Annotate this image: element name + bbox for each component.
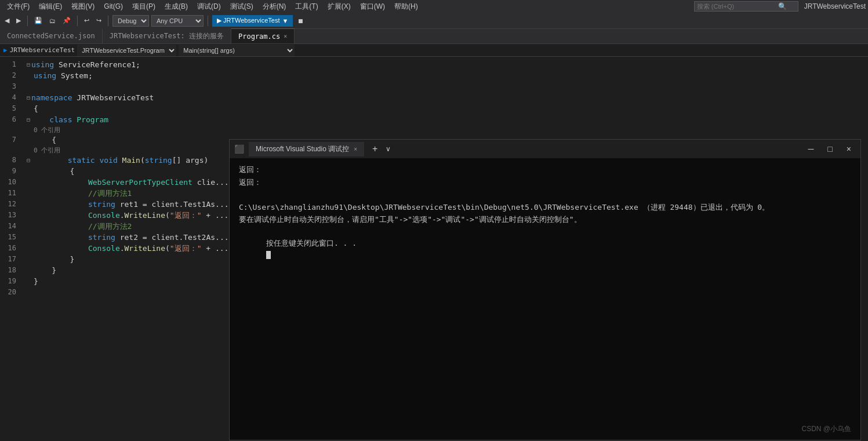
- line-content-13: Console.WriteLine("返回：" + ...: [34, 210, 228, 221]
- console-window: ⬛ Microsoft Visual Studio 调试控 × + ∨ ─ □ …: [229, 139, 861, 440]
- redo-button[interactable]: ↪: [94, 16, 104, 25]
- line-num-11: 11: [0, 188, 23, 199]
- line-content-2: using System;: [34, 70, 93, 81]
- menu-project[interactable]: 项目(P): [128, 1, 160, 13]
- console-tab-dropdown[interactable]: ∨: [386, 145, 391, 153]
- tab-bar: ConnectedService.json JRTWebserviceTest:…: [0, 29, 868, 44]
- tab-connected-service[interactable]: ConnectedService.json: [0, 28, 103, 43]
- line-num-1: 1: [0, 59, 23, 70]
- save-all-button[interactable]: 🗂: [47, 16, 58, 25]
- menu-help[interactable]: 帮助(H): [390, 1, 423, 13]
- stop-button[interactable]: ⏹: [295, 16, 306, 25]
- line-num-13: 13: [0, 210, 23, 221]
- line-num-8: 8: [0, 155, 23, 166]
- menu-test[interactable]: 测试(S): [226, 1, 258, 13]
- collapse-6[interactable]: ⊟: [27, 114, 30, 125]
- menu-search-box[interactable]: 🔍: [694, 1, 798, 12]
- line-content-16: Console.WriteLine("返回：" + ...: [34, 243, 228, 254]
- line-content-11: //调用方法1: [34, 188, 132, 199]
- pin-button[interactable]: 📌: [60, 16, 73, 25]
- run-button[interactable]: ▶ JRTWebserviceTest ▼: [212, 15, 293, 27]
- code-line-3: 3: [0, 81, 868, 92]
- menu-build[interactable]: 生成(B): [160, 1, 193, 13]
- line-num-16: 16: [0, 243, 23, 254]
- console-line-0: 返回：: [239, 164, 851, 176]
- line-content-7: {: [34, 134, 56, 145]
- menu-edit[interactable]: 编辑(E): [34, 1, 67, 13]
- code-line-4: 4 ⊟ namespace JRTWebserviceTest: [0, 92, 868, 103]
- console-line-2: [239, 189, 851, 201]
- console-minimize-button[interactable]: ─: [803, 143, 818, 155]
- project-name: JRTWebserviceTest: [10, 46, 75, 54]
- line-num-14: 14: [0, 221, 23, 232]
- line-content-8: static void Main(string[] args): [31, 155, 208, 166]
- namespace-dropdown[interactable]: JRTWebserviceTest.Program: [77, 45, 176, 56]
- line-num-19: 19: [0, 276, 23, 287]
- search-input[interactable]: [697, 3, 778, 10]
- tab-label-1: JRTWebserviceTest: 连接的服务: [110, 31, 224, 41]
- tab-label-0: ConnectedService.json: [7, 32, 95, 40]
- code-line-ref1: 0 个引用: [0, 125, 868, 134]
- line-content-1: using ServiceReference1;: [31, 59, 140, 70]
- line-num-6: 6: [0, 114, 23, 125]
- console-maximize-button[interactable]: □: [823, 143, 837, 155]
- ref-hint-class: 0 个引用: [34, 125, 60, 136]
- menu-tools[interactable]: 工具(T): [290, 1, 322, 13]
- line-content-17: }: [34, 254, 74, 265]
- console-cursor: [266, 251, 271, 259]
- line-content-10: WebServerPortTypeClient clie...: [34, 177, 229, 188]
- tab-close-2[interactable]: ×: [284, 33, 287, 39]
- console-new-tab-button[interactable]: +: [369, 144, 381, 154]
- undo-button[interactable]: ↩: [82, 16, 92, 25]
- cpu-dropdown[interactable]: Any CPU: [151, 15, 204, 27]
- tab-program-cs[interactable]: Program.cs ×: [231, 28, 295, 43]
- method-dropdown[interactable]: Main(string[] args): [179, 45, 295, 56]
- menu-file[interactable]: 文件(F): [2, 1, 34, 13]
- line-num-7: 7: [0, 134, 23, 145]
- menu-analyze[interactable]: 分析(N): [258, 1, 291, 13]
- ref-hint-main: 0 个引用: [34, 145, 60, 156]
- debug-mode-dropdown[interactable]: Debug: [112, 15, 149, 27]
- line-content-4: namespace JRTWebserviceTest: [31, 92, 154, 103]
- line-num-15: 15: [0, 232, 23, 243]
- save-button[interactable]: 💾: [32, 16, 45, 25]
- back-button[interactable]: ◀: [2, 16, 12, 25]
- console-watermark: CSDN @小乌鱼: [801, 424, 851, 434]
- line-content-18: }: [34, 265, 56, 276]
- separator-1: [27, 16, 28, 26]
- code-line-6: 6 ⊟ class Program: [0, 114, 868, 125]
- console-tab-label: Microsoft Visual Studio 调试控: [256, 144, 349, 154]
- console-line-1: 返回：: [239, 177, 851, 188]
- nav-bar: ▶ JRTWebserviceTest JRTWebserviceTest.Pr…: [0, 44, 868, 57]
- menu-debug[interactable]: 调试(D): [193, 1, 226, 13]
- line-content-19: }: [34, 276, 38, 287]
- console-line-5: 按任意键关闭此窗口. . .: [239, 227, 851, 272]
- console-tab-close[interactable]: ×: [354, 146, 357, 152]
- menu-extend[interactable]: 扩展(X): [323, 1, 355, 13]
- collapse-8[interactable]: ⊟: [27, 155, 30, 166]
- console-window-controls: ─ □ ×: [803, 143, 856, 155]
- line-content-5: {: [34, 103, 38, 114]
- console-icon: ⬛: [234, 144, 244, 154]
- collapse-1[interactable]: ⊟: [27, 59, 30, 70]
- console-title-bar: ⬛ Microsoft Visual Studio 调试控 × + ∨ ─ □ …: [230, 140, 860, 158]
- line-num-18: 18: [0, 265, 23, 276]
- line-num-2: 2: [0, 70, 23, 81]
- console-close-button[interactable]: ×: [842, 143, 856, 155]
- console-tab[interactable]: Microsoft Visual Studio 调试控 ×: [249, 142, 364, 156]
- console-content: 返回： 返回： C:\Users\zhangl​ianzhu91\Desktop…: [230, 158, 860, 440]
- forward-button[interactable]: ▶: [14, 16, 23, 25]
- toolbar: ◀ ▶ 💾 🗂 📌 ↩ ↪ Debug Any CPU ▶ JRTWebserv…: [0, 13, 868, 29]
- collapse-4[interactable]: ⊟: [27, 92, 30, 103]
- tab-label-2: Program.cs: [238, 32, 280, 41]
- menu-window[interactable]: 窗口(W): [355, 1, 390, 13]
- separator-3: [108, 16, 108, 26]
- line-num-4: 4: [0, 92, 23, 103]
- menu-view[interactable]: 视图(V): [67, 1, 99, 13]
- line-num-20: 20: [0, 287, 23, 298]
- tab-jrt-service[interactable]: JRTWebserviceTest: 连接的服务: [103, 28, 231, 43]
- app-title: JRTWebserviceTest: [804, 2, 866, 10]
- project-icon: ▶: [3, 46, 8, 54]
- menu-git[interactable]: Git(G): [99, 1, 128, 12]
- code-line-5: 5 {: [0, 103, 868, 114]
